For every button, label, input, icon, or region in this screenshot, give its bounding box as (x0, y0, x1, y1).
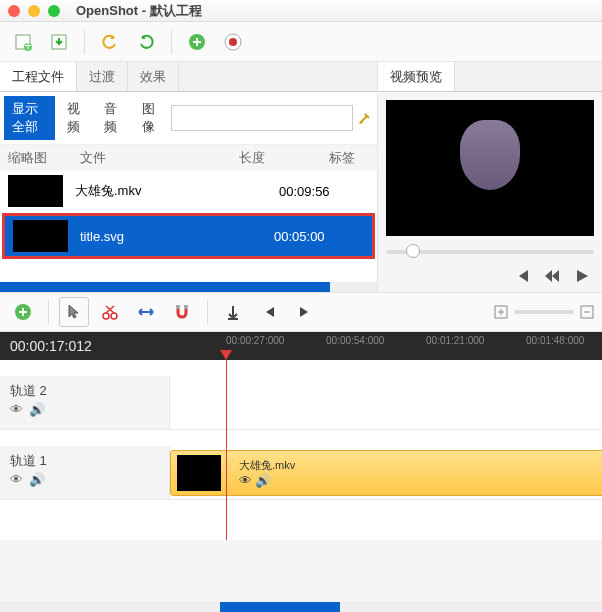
separator (207, 300, 208, 324)
add-track-button[interactable] (8, 297, 38, 327)
eye-icon: 👁 (239, 473, 252, 488)
speaker-icon[interactable]: 🔊 (29, 402, 45, 417)
col-file[interactable]: 文件 (80, 149, 239, 167)
timeline-ruler[interactable]: 00:00:17:012 00:00:27:000 00:00:54:000 0… (0, 332, 602, 360)
file-name: 大雄兔.mkv (75, 182, 279, 200)
titlebar: OpenShot - 默认工程 (0, 0, 602, 22)
file-columns: 缩略图 文件 长度 标签 (0, 145, 377, 171)
speaker-icon[interactable]: 🔊 (29, 472, 45, 487)
eye-icon[interactable]: 👁 (10, 402, 23, 417)
file-length: 00:05:00 (274, 229, 364, 244)
snap-button[interactable] (167, 297, 197, 327)
ruler-tick: 00:01:21:000 (426, 335, 484, 346)
filter-image[interactable]: 图像 (134, 96, 167, 140)
playhead[interactable] (226, 360, 227, 540)
file-list: 大雄兔.mkv 00:09:56 title.svg 00:05:00 (0, 171, 377, 282)
next-marker-button[interactable] (290, 297, 320, 327)
ruler-tick: 00:01:48:000 (526, 335, 584, 346)
timeline-toolbar (0, 292, 602, 332)
col-length[interactable]: 长度 (239, 149, 329, 167)
window-title: OpenShot - 默认工程 (76, 2, 202, 20)
separator (48, 300, 49, 324)
clip[interactable]: 大雄兔.mkv 👁 🔊 (170, 450, 602, 496)
svg-rect-10 (176, 305, 180, 309)
file-filters: 显示全部 视频 音频 图像 (0, 92, 377, 145)
scrollbar[interactable] (0, 282, 377, 292)
pointer-tool-button[interactable] (59, 297, 89, 327)
file-length: 00:09:56 (279, 184, 369, 199)
prev-marker-button[interactable] (254, 297, 284, 327)
filter-audio[interactable]: 音频 (96, 96, 129, 140)
track-label: 轨道 1 (10, 452, 159, 470)
window-close-icon[interactable] (8, 5, 20, 17)
tab-transitions[interactable]: 过渡 (77, 62, 128, 91)
track-header[interactable]: 轨道 1 👁🔊 (0, 446, 170, 499)
zoom-out-icon[interactable] (580, 305, 594, 319)
timeline-tracks: 轨道 2 👁🔊 轨道 1 👁🔊 大雄兔.mkv 👁 🔊 (0, 360, 602, 540)
preview-panel: 视频预览 (378, 62, 602, 292)
clip-thumbnail (177, 455, 221, 491)
search-input[interactable] (171, 105, 353, 131)
file-thumbnail (8, 175, 63, 207)
svg-point-8 (103, 313, 109, 319)
track[interactable]: 轨道 2 👁🔊 (0, 376, 602, 430)
svg-point-6 (229, 38, 237, 46)
play-icon[interactable] (574, 268, 590, 284)
tab-video-preview[interactable]: 视频预览 (378, 62, 455, 91)
redo-button[interactable] (131, 27, 161, 57)
new-project-button[interactable]: + (8, 27, 38, 57)
track-body[interactable]: 大雄兔.mkv 👁 🔊 (170, 446, 602, 499)
filter-video[interactable]: 视频 (59, 96, 92, 140)
main-toolbar: + (0, 22, 602, 62)
track-label: 轨道 2 (10, 382, 159, 400)
import-button[interactable] (182, 27, 212, 57)
save-project-button[interactable] (44, 27, 74, 57)
file-thumbnail (13, 220, 68, 252)
marker-button[interactable] (218, 297, 248, 327)
bottom-scrollbar[interactable] (0, 602, 602, 612)
svg-point-9 (111, 313, 117, 319)
file-row[interactable]: 大雄兔.mkv 00:09:56 (0, 171, 377, 211)
eye-icon[interactable]: 👁 (10, 472, 23, 487)
separator (171, 30, 172, 54)
separator (84, 30, 85, 54)
svg-text:+: + (24, 38, 32, 52)
window-minimize-icon[interactable] (28, 5, 40, 17)
current-time: 00:00:17:012 (10, 338, 92, 354)
ruler-tick: 00:00:27:000 (226, 335, 284, 346)
rewind-icon[interactable] (544, 268, 560, 284)
tab-project-files[interactable]: 工程文件 (0, 62, 77, 91)
speaker-icon: 🔊 (255, 473, 271, 488)
tab-effects[interactable]: 效果 (128, 62, 179, 91)
track-body[interactable] (170, 376, 602, 429)
resize-tool-button[interactable] (131, 297, 161, 327)
ruler-tick: 00:00:54:000 (326, 335, 384, 346)
razor-tool-button[interactable] (95, 297, 125, 327)
clip-label: 大雄兔.mkv (239, 458, 295, 473)
track[interactable]: 轨道 1 👁🔊 大雄兔.mkv 👁 🔊 (0, 446, 602, 500)
track-header[interactable]: 轨道 2 👁🔊 (0, 376, 170, 429)
col-thumbnail[interactable]: 缩略图 (8, 149, 80, 167)
filter-all[interactable]: 显示全部 (4, 96, 55, 140)
file-name: title.svg (80, 229, 274, 244)
left-tabs: 工程文件 过渡 效果 (0, 62, 377, 92)
clear-search-icon[interactable] (357, 109, 373, 127)
video-preview[interactable] (386, 100, 594, 236)
col-tag[interactable]: 标签 (329, 149, 369, 167)
export-button[interactable] (218, 27, 248, 57)
svg-rect-11 (184, 305, 188, 309)
project-panel: 工程文件 过渡 效果 显示全部 视频 音频 图像 缩略图 文件 长度 标签 大雄… (0, 62, 378, 292)
window-maximize-icon[interactable] (48, 5, 60, 17)
preview-slider[interactable] (386, 244, 594, 260)
zoom-in-icon[interactable] (494, 305, 508, 319)
undo-button[interactable] (95, 27, 125, 57)
zoom-slider[interactable] (326, 305, 594, 319)
playback-controls (378, 260, 602, 292)
file-row[interactable]: title.svg 00:05:00 (5, 216, 372, 256)
jump-start-icon[interactable] (514, 268, 530, 284)
